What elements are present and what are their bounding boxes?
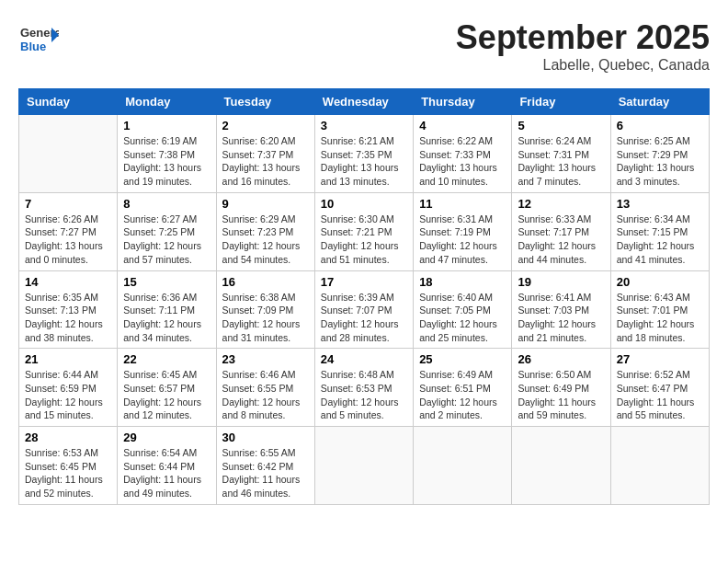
cell-0-5: 5Sunrise: 6:24 AM Sunset: 7:31 PM Daylig… (512, 115, 610, 193)
day-info-1: Sunrise: 6:19 AM Sunset: 7:38 PM Dayligh… (123, 134, 210, 189)
day-info-29: Sunrise: 6:54 AM Sunset: 6:44 PM Dayligh… (123, 446, 210, 500)
day-info-15: Sunrise: 6:36 AM Sunset: 7:11 PM Dayligh… (123, 291, 210, 345)
day-info-7: Sunrise: 6:26 AM Sunset: 7:27 PM Dayligh… (25, 213, 111, 267)
day-num-19: 19 (518, 275, 604, 289)
day-num-6: 6 (617, 119, 703, 132)
cell-0-0 (19, 115, 118, 193)
day-info-8: Sunrise: 6:27 AM Sunset: 7:25 PM Dayligh… (123, 213, 210, 267)
week-row-2: 14Sunrise: 6:35 AM Sunset: 7:13 PM Dayli… (19, 270, 710, 349)
week-row-4: 28Sunrise: 6:53 AM Sunset: 6:45 PM Dayli… (19, 427, 710, 505)
cell-0-6: 6Sunrise: 6:25 AM Sunset: 7:29 PM Daylig… (610, 115, 709, 193)
day-info-16: Sunrise: 6:38 AM Sunset: 7:09 PM Dayligh… (222, 291, 309, 345)
location: Labelle, Quebec, Canada (456, 57, 710, 74)
day-num-25: 25 (419, 352, 506, 366)
cell-1-0: 7Sunrise: 6:26 AM Sunset: 7:27 PM Daylig… (19, 192, 118, 270)
day-num-12: 12 (518, 197, 604, 211)
cell-4-2: 30Sunrise: 6:55 AM Sunset: 6:42 PM Dayli… (216, 427, 314, 505)
cell-4-5 (512, 427, 610, 505)
day-info-17: Sunrise: 6:39 AM Sunset: 7:07 PM Dayligh… (321, 291, 407, 345)
cell-2-4: 18Sunrise: 6:40 AM Sunset: 7:05 PM Dayli… (414, 270, 512, 349)
day-num-16: 16 (222, 275, 309, 289)
day-info-19: Sunrise: 6:41 AM Sunset: 7:03 PM Dayligh… (518, 291, 604, 345)
day-info-5: Sunrise: 6:24 AM Sunset: 7:31 PM Dayligh… (518, 134, 604, 189)
header-friday: Friday (512, 89, 610, 115)
title-block: September 2025 Labelle, Quebec, Canada (456, 18, 710, 74)
month-title: September 2025 (456, 18, 710, 57)
day-info-6: Sunrise: 6:25 AM Sunset: 7:29 PM Dayligh… (617, 134, 703, 189)
cell-0-4: 4Sunrise: 6:22 AM Sunset: 7:33 PM Daylig… (414, 115, 512, 193)
cell-3-1: 22Sunrise: 6:45 AM Sunset: 6:57 PM Dayli… (118, 349, 216, 427)
cell-4-4 (414, 427, 512, 505)
cell-3-3: 24Sunrise: 6:48 AM Sunset: 6:53 PM Dayli… (314, 349, 413, 427)
day-info-10: Sunrise: 6:30 AM Sunset: 7:21 PM Dayligh… (321, 213, 407, 267)
week-row-1: 7Sunrise: 6:26 AM Sunset: 7:27 PM Daylig… (19, 192, 710, 270)
day-info-13: Sunrise: 6:34 AM Sunset: 7:15 PM Dayligh… (617, 213, 703, 267)
cell-0-1: 1Sunrise: 6:19 AM Sunset: 7:38 PM Daylig… (118, 115, 216, 193)
cell-3-6: 27Sunrise: 6:52 AM Sunset: 6:47 PM Dayli… (610, 349, 709, 427)
day-num-27: 27 (617, 352, 703, 366)
calendar-table: Sunday Monday Tuesday Wednesday Thursday… (18, 88, 710, 505)
day-info-27: Sunrise: 6:52 AM Sunset: 6:47 PM Dayligh… (617, 368, 703, 422)
cell-1-5: 12Sunrise: 6:33 AM Sunset: 7:17 PM Dayli… (512, 192, 610, 270)
svg-text:Blue: Blue (20, 40, 46, 53)
cell-3-4: 25Sunrise: 6:49 AM Sunset: 6:51 PM Dayli… (414, 349, 512, 427)
day-info-30: Sunrise: 6:55 AM Sunset: 6:42 PM Dayligh… (222, 446, 309, 500)
day-num-29: 29 (123, 431, 210, 444)
day-num-13: 13 (617, 197, 703, 211)
header-monday: Monday (118, 89, 216, 115)
day-info-28: Sunrise: 6:53 AM Sunset: 6:45 PM Dayligh… (25, 446, 111, 500)
day-info-3: Sunrise: 6:21 AM Sunset: 7:35 PM Dayligh… (321, 134, 407, 189)
cell-4-0: 28Sunrise: 6:53 AM Sunset: 6:45 PM Dayli… (19, 427, 118, 505)
day-num-23: 23 (222, 352, 309, 366)
cell-1-6: 13Sunrise: 6:34 AM Sunset: 7:15 PM Dayli… (610, 192, 709, 270)
cell-3-5: 26Sunrise: 6:50 AM Sunset: 6:49 PM Dayli… (512, 349, 610, 427)
day-info-9: Sunrise: 6:29 AM Sunset: 7:23 PM Dayligh… (222, 213, 309, 267)
cell-4-6 (610, 427, 709, 505)
day-num-21: 21 (25, 352, 111, 366)
cell-1-3: 10Sunrise: 6:30 AM Sunset: 7:21 PM Dayli… (314, 192, 413, 270)
day-num-10: 10 (321, 197, 407, 211)
cell-2-2: 16Sunrise: 6:38 AM Sunset: 7:09 PM Dayli… (216, 270, 314, 349)
day-info-12: Sunrise: 6:33 AM Sunset: 7:17 PM Dayligh… (518, 213, 604, 267)
day-info-4: Sunrise: 6:22 AM Sunset: 7:33 PM Dayligh… (419, 134, 506, 189)
day-num-18: 18 (419, 275, 506, 289)
header-thursday: Thursday (414, 89, 512, 115)
day-num-24: 24 (321, 352, 407, 366)
cell-2-1: 15Sunrise: 6:36 AM Sunset: 7:11 PM Dayli… (118, 270, 216, 349)
page-header: General Blue September 2025 Labelle, Que… (18, 18, 710, 74)
cell-1-4: 11Sunrise: 6:31 AM Sunset: 7:19 PM Dayli… (414, 192, 512, 270)
day-num-17: 17 (321, 275, 407, 289)
day-num-22: 22 (123, 352, 210, 366)
day-num-4: 4 (419, 119, 506, 132)
cell-1-2: 9Sunrise: 6:29 AM Sunset: 7:23 PM Daylig… (216, 192, 314, 270)
header-wednesday: Wednesday (314, 89, 413, 115)
day-num-2: 2 (222, 119, 309, 132)
cell-2-3: 17Sunrise: 6:39 AM Sunset: 7:07 PM Dayli… (314, 270, 413, 349)
day-num-5: 5 (518, 119, 604, 132)
day-num-30: 30 (222, 431, 309, 444)
day-info-20: Sunrise: 6:43 AM Sunset: 7:01 PM Dayligh… (617, 291, 703, 345)
weekday-header-row: Sunday Monday Tuesday Wednesday Thursday… (19, 89, 710, 115)
week-row-0: 1Sunrise: 6:19 AM Sunset: 7:38 PM Daylig… (19, 115, 710, 193)
cell-1-1: 8Sunrise: 6:27 AM Sunset: 7:25 PM Daylig… (118, 192, 216, 270)
header-sunday: Sunday (19, 89, 118, 115)
logo: General Blue (18, 18, 63, 59)
day-num-7: 7 (25, 197, 111, 211)
day-num-3: 3 (321, 119, 407, 132)
day-num-26: 26 (518, 352, 604, 366)
day-num-20: 20 (617, 275, 703, 289)
day-info-23: Sunrise: 6:46 AM Sunset: 6:55 PM Dayligh… (222, 368, 309, 422)
day-num-11: 11 (419, 197, 506, 211)
header-tuesday: Tuesday (216, 89, 314, 115)
day-info-25: Sunrise: 6:49 AM Sunset: 6:51 PM Dayligh… (419, 368, 506, 422)
day-num-8: 8 (123, 197, 210, 211)
day-info-18: Sunrise: 6:40 AM Sunset: 7:05 PM Dayligh… (419, 291, 506, 345)
day-info-14: Sunrise: 6:35 AM Sunset: 7:13 PM Dayligh… (25, 291, 111, 345)
day-num-1: 1 (123, 119, 210, 132)
cell-3-0: 21Sunrise: 6:44 AM Sunset: 6:59 PM Dayli… (19, 349, 118, 427)
day-num-9: 9 (222, 197, 309, 211)
week-row-3: 21Sunrise: 6:44 AM Sunset: 6:59 PM Dayli… (19, 349, 710, 427)
day-info-22: Sunrise: 6:45 AM Sunset: 6:57 PM Dayligh… (123, 368, 210, 422)
cell-0-3: 3Sunrise: 6:21 AM Sunset: 7:35 PM Daylig… (314, 115, 413, 193)
day-num-28: 28 (25, 431, 111, 444)
